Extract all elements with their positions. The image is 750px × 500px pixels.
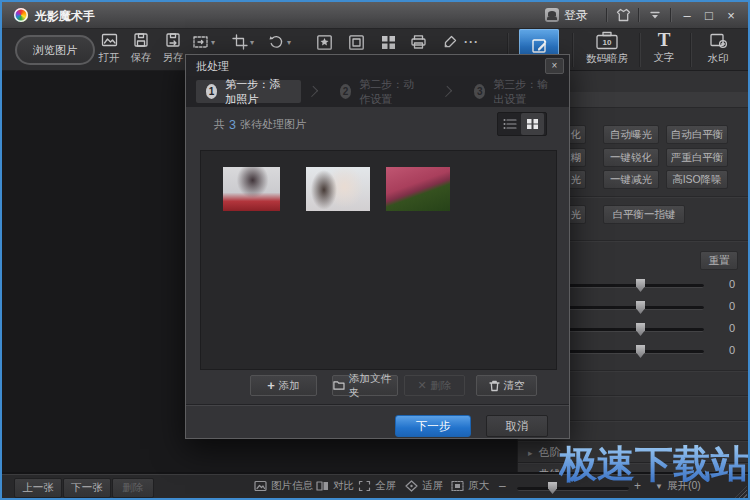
fullscreen-icon [358, 480, 371, 492]
watermark-badge-icon [709, 31, 728, 50]
slider-thumb[interactable] [636, 301, 645, 314]
compare-toggle[interactable]: 对比 [316, 479, 354, 493]
high-iso-denoise-button[interactable]: 高ISO降噪 [666, 170, 728, 189]
auto-white-balance-button[interactable]: 自动白平衡 [666, 125, 728, 144]
clear-all-button[interactable]: 清空 [476, 375, 537, 396]
one-key-sharpen-button[interactable]: 一键锐化 [603, 148, 659, 167]
maximize-button[interactable]: □ [698, 5, 720, 25]
x-icon: ✕ [417, 380, 426, 391]
photo-thumbnail-2[interactable] [306, 167, 370, 211]
save-as-icon [165, 32, 181, 48]
image-info-toggle[interactable]: 图片信息 [254, 479, 313, 493]
brush-icon [442, 34, 458, 50]
step-badge: 1 [206, 84, 217, 99]
print-button[interactable] [410, 34, 427, 50]
title-bar: 光影魔术手 登录 – □ × [2, 2, 748, 29]
shirt-icon [616, 8, 631, 22]
one-key-dim-button[interactable]: 一键减光 [603, 170, 659, 189]
fit-screen-toggle[interactable]: 适屏 [405, 479, 443, 493]
cancel-button[interactable]: 取消 [486, 415, 548, 437]
slider-thumb[interactable] [636, 345, 645, 358]
plus-icon: + [267, 379, 275, 392]
text-tool-button[interactable]: T 文字 [636, 31, 692, 65]
save-as-button[interactable]: 另存 [158, 32, 188, 65]
slider-value: 0 [729, 322, 735, 334]
reset-button[interactable]: 重置 [700, 251, 738, 270]
step-2-action-settings: 2 第二步：动作设置 [330, 80, 435, 103]
app-logo-icon [14, 8, 28, 22]
list-view-icon [503, 118, 517, 130]
browse-images-button[interactable]: 浏览图片 [15, 35, 95, 65]
step-chevron-icon [307, 86, 318, 97]
caret-down-icon[interactable]: ▾ [287, 38, 291, 47]
crop-button[interactable]: ▾ [232, 34, 254, 50]
border-button[interactable] [348, 34, 365, 51]
resize-button[interactable]: ▾ [192, 34, 215, 50]
text-T-icon: T [658, 31, 671, 49]
brush-button[interactable] [442, 34, 458, 50]
step-badge: 3 [474, 84, 485, 99]
step-1-add-photos: 1 第一步：添加照片 [196, 80, 301, 103]
zoom-slider-thumb[interactable] [548, 482, 557, 494]
printer-icon [410, 34, 427, 50]
open-button[interactable]: 打开 [94, 32, 124, 65]
batch-edit-icon [530, 36, 549, 55]
collage-button[interactable] [380, 34, 397, 51]
add-photos-button[interactable]: + 添加 [250, 375, 317, 396]
user-avatar-icon [545, 8, 559, 22]
grid-view-button[interactable] [521, 113, 544, 135]
step-chevron-icon [441, 86, 452, 97]
list-view-button[interactable] [498, 113, 521, 135]
fit-screen-icon [405, 480, 418, 492]
site-watermark: 极速下载站 [559, 439, 749, 490]
more-tools-button[interactable]: ··· [464, 35, 479, 49]
crop-icon [232, 34, 248, 50]
previous-image-button[interactable]: 上一张 [14, 478, 62, 498]
darkroom-button[interactable]: 10 数码暗房 [579, 31, 635, 66]
dialog-close-button[interactable]: × [545, 58, 564, 74]
collage-grid-icon [380, 34, 397, 51]
add-folder-button[interactable]: 添加文件夹 [332, 375, 398, 396]
delete-image-button[interactable]: 删除 [112, 478, 154, 498]
dialog-title-bar[interactable]: 批处理 × [186, 55, 569, 77]
auto-exposure-button[interactable]: 自动曝光 [603, 125, 659, 144]
photo-actions-row: + 添加 添加文件夹 ✕ 删除 清空 [186, 375, 569, 397]
skin-button[interactable] [612, 5, 634, 25]
save-button[interactable]: 保存 [126, 32, 156, 65]
step-3-output-settings: 3 第三步：输出设置 [464, 80, 569, 103]
dialog-title: 批处理 [196, 59, 229, 74]
next-image-button[interactable]: 下一张 [63, 478, 111, 498]
caret-down-icon[interactable]: ▾ [250, 38, 254, 47]
toolbar-separator [572, 33, 574, 67]
fullscreen-toggle[interactable]: 全屏 [358, 479, 396, 493]
slider-thumb[interactable] [636, 279, 645, 292]
slider-thumb[interactable] [636, 323, 645, 336]
menu-caret-icon [648, 9, 662, 21]
next-step-button[interactable]: 下一步 [395, 415, 471, 437]
login-button[interactable]: 登录 [545, 7, 588, 24]
dialog-footer: 下一步 取消 [186, 405, 569, 441]
caret-down-icon[interactable]: ▾ [211, 38, 215, 47]
step-badge: 2 [340, 84, 351, 99]
pending-count-number: 3 [229, 118, 236, 132]
rotate-button[interactable]: ▾ [268, 34, 291, 50]
close-button[interactable]: × [720, 5, 742, 25]
compare-icon [316, 480, 329, 492]
menu-button[interactable] [644, 5, 666, 25]
original-size-toggle[interactable]: 原大 [451, 479, 489, 493]
slider-value: 0 [729, 300, 735, 312]
photo-thumbnail-3[interactable] [386, 167, 450, 211]
watermark-tool-button[interactable]: 水印 [690, 31, 746, 66]
minimize-button[interactable]: – [676, 5, 698, 25]
darkroom-camera-icon: 10 [595, 31, 619, 50]
white-balance-one-key-button[interactable]: 白平衡一指键 [603, 205, 685, 224]
open-image-icon [101, 32, 118, 48]
trash-icon [489, 380, 500, 392]
photo-thumbnail-1[interactable] [223, 167, 280, 211]
effects-button[interactable] [316, 34, 333, 51]
titlebar-separator [638, 8, 640, 22]
severe-white-balance-button[interactable]: 严重白平衡 [666, 148, 728, 167]
grid-view-icon [526, 118, 539, 130]
zoom-out-button[interactable]: – [499, 479, 506, 493]
remove-photo-button[interactable]: ✕ 删除 [404, 375, 465, 396]
